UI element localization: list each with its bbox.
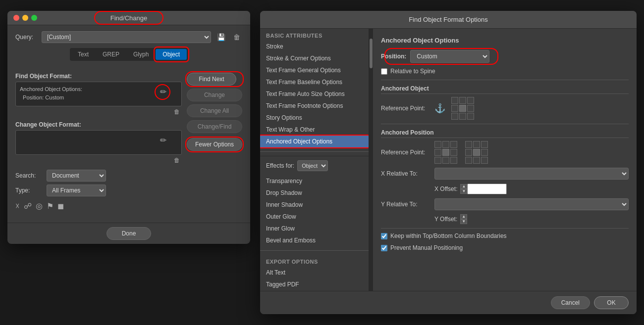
- y-offset-up[interactable]: ▲: [460, 214, 467, 219]
- ref-dot[interactable]: [451, 113, 458, 120]
- icon3[interactable]: ◎: [36, 201, 43, 211]
- query-row: Query: [Custom] 💾 🗑: [15, 31, 242, 43]
- item-inner-shadow[interactable]: Inner Shadow: [260, 199, 369, 211]
- prevent-manual-checkbox[interactable]: [381, 245, 387, 251]
- minimize-button[interactable]: [22, 15, 28, 21]
- item-text-frame-baseline[interactable]: Text Frame Baseline Options: [260, 76, 369, 88]
- item-transparency[interactable]: Transparency: [260, 175, 369, 187]
- ref-dot[interactable]: [467, 97, 474, 104]
- item-stroke[interactable]: Stroke: [260, 41, 369, 52]
- ref-dot[interactable]: [467, 113, 474, 120]
- icon5[interactable]: ◼: [57, 201, 64, 211]
- save-query-button[interactable]: 💾: [215, 32, 227, 42]
- x-relative-select[interactable]: [434, 168, 629, 180]
- ref-dot[interactable]: [434, 141, 441, 148]
- ref-dot[interactable]: [467, 105, 474, 112]
- done-button[interactable]: Done: [107, 227, 152, 240]
- left-scrollbar[interactable]: [369, 29, 373, 291]
- x-offset-input[interactable]: [467, 184, 507, 194]
- delete-query-button[interactable]: 🗑: [231, 32, 242, 42]
- change-format-edit-button[interactable]: ✏: [159, 135, 167, 146]
- item-bevel-emboss[interactable]: Bevel and Emboss: [260, 234, 369, 246]
- x-offset-up[interactable]: ▲: [460, 184, 467, 189]
- ref-dot-center[interactable]: [442, 149, 449, 156]
- ref-dot[interactable]: [481, 157, 488, 164]
- icon2[interactable]: ☍: [24, 201, 32, 211]
- item-anchored-object[interactable]: Anchored Object Options: [260, 136, 369, 147]
- ref-dot[interactable]: [450, 149, 457, 156]
- ref-dot[interactable]: [473, 141, 480, 148]
- ref-dot[interactable]: [473, 157, 480, 164]
- item-story-options[interactable]: Story Options: [260, 112, 369, 124]
- tab-text[interactable]: Text: [71, 49, 96, 60]
- search-select[interactable]: Document: [47, 170, 106, 182]
- close-button[interactable]: [13, 15, 19, 21]
- item-text-frame-autosize[interactable]: Text Frame Auto Size Options: [260, 88, 369, 100]
- position-select[interactable]: Custom: [410, 50, 489, 63]
- item-outer-glow[interactable]: Outer Glow: [260, 211, 369, 223]
- find-format-box: Anchored Object Options: Position: Custo…: [15, 82, 182, 106]
- find-next-button[interactable]: Find Next: [187, 73, 236, 86]
- item-text-frame-footnote[interactable]: Text Frame Footnote Options: [260, 100, 369, 112]
- tabs-row: Text GREP Glyph Object: [70, 48, 188, 61]
- item-stroke-corner[interactable]: Stroke & Corner Options: [260, 52, 369, 64]
- tab-grep[interactable]: GREP: [96, 49, 126, 60]
- effects-target-select[interactable]: Object: [297, 160, 328, 171]
- position-label: Position:: [381, 53, 406, 60]
- prevent-manual-row: Prevent Manual Positioning: [381, 244, 629, 251]
- fofo-title: Find Object Format Options: [409, 16, 488, 23]
- ref-dot[interactable]: [442, 157, 449, 164]
- change-find-button[interactable]: Change/Find: [187, 120, 242, 133]
- item-text-frame-general[interactable]: Text Frame General Options: [260, 64, 369, 76]
- item-text-wrap[interactable]: Text Wrap & Other: [260, 124, 369, 136]
- maximize-button[interactable]: [31, 15, 37, 21]
- ref-dot[interactable]: [465, 157, 472, 164]
- ref-dot[interactable]: [450, 141, 457, 148]
- type-select[interactable]: All Frames: [47, 185, 106, 196]
- icon1[interactable]: ☓: [15, 201, 20, 211]
- change-format-box: ✏: [15, 130, 182, 155]
- y-offset-row: Y Offset: ▲ ▼: [434, 214, 629, 224]
- item-tagged-pdf[interactable]: Tagged PDF: [260, 279, 369, 290]
- ref-dot-center[interactable]: [459, 105, 466, 112]
- find-delete-button[interactable]: 🗑: [172, 107, 182, 116]
- ref-dot[interactable]: [459, 113, 466, 120]
- ref-dot[interactable]: [481, 149, 488, 156]
- ref-dot[interactable]: [434, 157, 441, 164]
- anchored-item-circle: [260, 135, 369, 148]
- fewer-options-button[interactable]: Fewer Options: [187, 138, 242, 151]
- item-epub-html[interactable]: EPUB and HTML: [260, 290, 369, 291]
- item-drop-shadow[interactable]: Drop Shadow: [260, 187, 369, 199]
- keep-within-bounds-row: Keep within Top/Bottom Column Boundaries: [381, 232, 629, 239]
- change-all-button[interactable]: Change All: [187, 104, 242, 117]
- item-inner-glow[interactable]: Inner Glow: [260, 223, 369, 234]
- relative-to-spine-checkbox[interactable]: [381, 68, 387, 75]
- ref-dot[interactable]: [434, 149, 441, 156]
- find-format-label: Find Object Format:: [15, 73, 182, 80]
- find-format-edit-button[interactable]: ✏: [159, 86, 167, 97]
- keep-within-bounds-checkbox[interactable]: [381, 233, 387, 239]
- x-relative-row: X Relative To:: [381, 168, 629, 180]
- change-button[interactable]: Change: [187, 89, 242, 101]
- change-delete-button[interactable]: 🗑: [172, 156, 182, 165]
- ref-dot[interactable]: [451, 97, 458, 104]
- ref-dot[interactable]: [465, 141, 472, 148]
- type-row: Type: All Frames: [15, 185, 182, 196]
- icon4[interactable]: ⚑: [47, 201, 54, 211]
- ref-dot[interactable]: [481, 141, 488, 148]
- ref-dot[interactable]: [459, 97, 466, 104]
- ref-dot[interactable]: [450, 157, 457, 164]
- ref-dot[interactable]: [442, 141, 449, 148]
- ref-dot[interactable]: [465, 149, 472, 156]
- item-alt-text[interactable]: Alt Text: [260, 267, 369, 279]
- tab-glyph[interactable]: Glyph: [126, 49, 156, 60]
- ok-button[interactable]: OK: [594, 296, 629, 309]
- y-relative-select[interactable]: [434, 198, 629, 210]
- tab-object[interactable]: Object: [156, 49, 187, 60]
- query-select[interactable]: [Custom]: [42, 31, 211, 43]
- ref-dot[interactable]: [451, 105, 458, 112]
- cancel-button[interactable]: Cancel: [551, 296, 590, 309]
- x-offset-down[interactable]: ▼: [460, 189, 467, 194]
- ref-dot-center[interactable]: [473, 149, 480, 156]
- y-offset-down[interactable]: ▼: [460, 219, 467, 224]
